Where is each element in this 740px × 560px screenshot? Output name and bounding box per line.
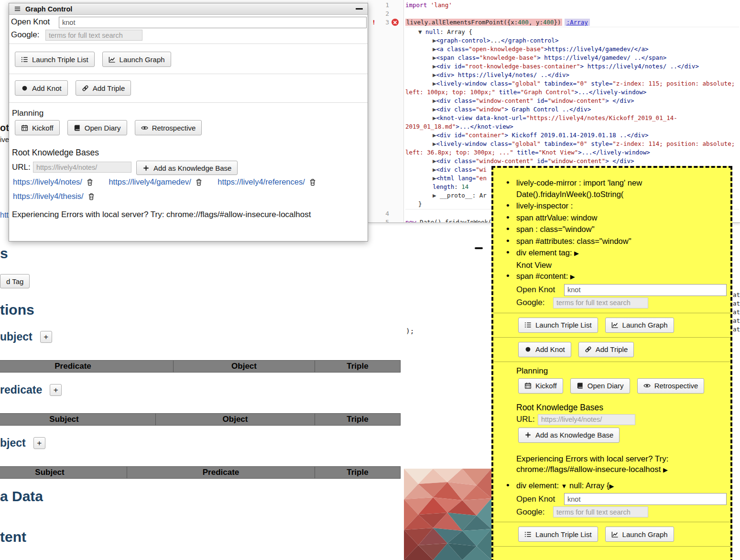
inspector-line: ▶<div> https://lively4/notes/ ..</div> <box>405 71 739 79</box>
expander-icon[interactable]: ▶ <box>433 80 436 87</box>
add-tag-button[interactable]: d Tag <box>0 274 30 288</box>
add-knowledge-base-button[interactable]: Add as Knowledge Base <box>518 428 620 443</box>
kb-link[interactable]: https://lively4/notes/ <box>13 176 82 187</box>
launch-triple-list-button[interactable]: Launch Triple List <box>518 527 598 542</box>
add-triple-button[interactable]: Add Triple <box>578 342 634 357</box>
code-line-3: lively.allElementsFromPoint({x:400, y:40… <box>405 18 739 27</box>
kb-url-input[interactable] <box>538 414 635 425</box>
expander-icon[interactable]: ▶ <box>433 63 436 70</box>
kb-link[interactable]: https://lively4/gamedev/ <box>109 176 191 187</box>
expander-icon[interactable]: ▶ <box>433 106 436 113</box>
content-heading-fragment: tent <box>0 529 26 545</box>
google-search-input[interactable] <box>553 506 648 517</box>
knowledge-base-item: https://lively4/gamedev/ <box>109 176 202 187</box>
list-icon <box>524 321 532 329</box>
expander-icon[interactable]: ▶ <box>433 97 436 104</box>
retrospective-button[interactable]: Retrospective <box>637 378 705 394</box>
add-predicate-button[interactable]: + <box>50 384 62 396</box>
expander-icon[interactable]: ▶ <box>433 157 436 165</box>
code-token: <div class= <box>436 106 476 113</box>
expander-icon[interactable]: ▶ <box>433 175 436 182</box>
expander-icon[interactable]: ▶ <box>570 273 575 280</box>
book-icon <box>577 382 584 389</box>
launch-graph-button[interactable]: Launch Graph <box>605 318 674 333</box>
open-knot-input[interactable] <box>564 493 727 505</box>
expander-icon[interactable]: ▶ <box>663 466 668 473</box>
code-token: "root-knowledge-bases-container" <box>465 63 580 70</box>
open-diary-button[interactable]: Open Diary <box>570 378 630 394</box>
add-triple-button[interactable]: Add Triple <box>76 80 131 96</box>
launch-graph-button[interactable]: Launch Graph <box>102 52 171 67</box>
link-fragment[interactable]: htt <box>0 211 9 220</box>
expander-icon[interactable]: ▶ <box>433 114 436 121</box>
overlay-item: lively-inspector : <box>501 200 727 212</box>
window-titlebar[interactable]: Graph Control <box>9 3 368 15</box>
code-token: : <box>454 183 461 190</box>
menu-icon[interactable] <box>14 5 21 12</box>
collapser-icon[interactable]: ▼ <box>561 483 567 490</box>
add-knowledge-base-button[interactable]: Add as Knowledge Base <box>136 161 238 175</box>
kickoff-button[interactable]: Kickoff <box>15 120 60 135</box>
open-knot-row: Open Knot <box>516 493 727 505</box>
expander-icon[interactable]: ▶ <box>433 192 440 199</box>
google-search-input[interactable] <box>45 30 142 41</box>
add-object-button[interactable]: + <box>33 437 45 449</box>
error-icon <box>392 19 399 26</box>
launch-triple-list-button[interactable]: Launch Triple List <box>15 52 95 67</box>
overlay-item-text: span attrValue: window <box>516 213 597 222</box>
code-token: <div class= <box>436 97 476 104</box>
button-label: Launch Graph <box>622 530 668 538</box>
minimize-icon[interactable] <box>356 8 363 10</box>
expander-icon[interactable]: ▶ <box>433 71 436 78</box>
expander-icon[interactable]: ▶ <box>609 483 614 490</box>
line-number: 1 <box>372 1 389 10</box>
expander-icon[interactable]: ▶ <box>433 166 436 173</box>
add-knot-button[interactable]: Add Knot <box>15 80 68 96</box>
open-knot-input[interactable] <box>59 17 367 28</box>
button-label: Kickoff <box>535 382 557 390</box>
code-line-1: import 'lang' <box>405 1 739 10</box>
trash-icon[interactable] <box>87 178 93 186</box>
code-token: style= <box>588 80 613 87</box>
code-token: 400 <box>543 19 554 26</box>
retrospective-button[interactable]: Retrospective <box>135 120 202 135</box>
add-knot-button[interactable]: Add Knot <box>518 342 571 357</box>
button-label: Add Triple <box>93 84 125 92</box>
list-icon <box>524 531 532 538</box>
kb-link[interactable]: https://lively4/references/ <box>218 176 305 187</box>
trash-icon[interactable] <box>309 178 316 186</box>
add-subject-button[interactable]: + <box>40 331 52 343</box>
launch-triple-list-button[interactable]: Launch Triple List <box>518 318 598 333</box>
expander-icon[interactable]: ▼ <box>418 28 425 35</box>
open-diary-button[interactable]: Open Diary <box>67 120 127 135</box>
expander-icon[interactable]: ▶ <box>433 37 436 44</box>
kb-url-input[interactable] <box>33 162 131 173</box>
expander-icon[interactable]: ▶ <box>574 250 579 257</box>
kb-link[interactable]: https://lively4/thesis/ <box>13 191 84 202</box>
open-knot-input[interactable] <box>564 284 727 296</box>
code-token: new <box>405 219 416 223</box>
expander-icon[interactable]: ▶ <box>433 45 436 53</box>
column-header: Subject <box>0 467 127 479</box>
expander-icon[interactable]: ▶ <box>433 54 436 61</box>
overlay-item-text: div element: <box>516 481 561 490</box>
launch-graph-button[interactable]: Launch Graph <box>605 527 674 542</box>
chain-link-icon <box>585 346 592 353</box>
calendar-icon <box>524 382 532 389</box>
button-label: Retrospective <box>654 382 698 390</box>
trash-icon[interactable] <box>88 193 95 200</box>
kickoff-button[interactable]: Kickoff <box>518 378 563 394</box>
inspector-line: ▶<a class="open-knowledge-base">https://… <box>405 45 739 54</box>
code-token: >...</lively-window> <box>575 88 647 96</box>
overlay-item-text: span #content: <box>516 272 570 280</box>
code-token: <lively-window class= <box>436 140 512 147</box>
minimize-icon[interactable] <box>475 247 483 249</box>
type-annotation-link[interactable]: :Array <box>565 19 590 26</box>
trash-icon[interactable] <box>196 178 202 186</box>
expander-icon[interactable]: ▶ <box>433 132 436 139</box>
inspector-line: ▶<span class="knowledge-base"> https://l… <box>405 54 739 62</box>
expander-icon[interactable]: ▶ <box>433 140 436 147</box>
google-search-input[interactable] <box>553 297 648 308</box>
code-token: 400 <box>518 19 529 26</box>
launch-button-row: Launch Triple List Launch Graph <box>15 52 171 67</box>
